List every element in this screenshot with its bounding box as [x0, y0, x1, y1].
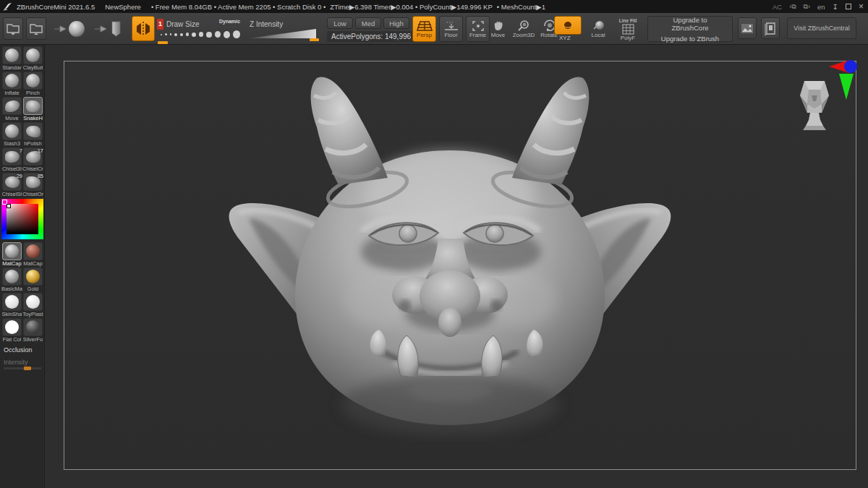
material-flatcolor[interactable]: Flat Col [1, 318, 22, 343]
brush-claybuildup-icon [23, 46, 43, 64]
language-indicator[interactable]: en [817, 3, 825, 11]
symmetry-mirror-icon [135, 20, 152, 38]
occlusion-intensity-label: Intensity [4, 359, 41, 366]
color-picker-sv-cursor [7, 204, 11, 208]
brush-chisel3d[interactable]: 7Chisel3I [1, 147, 22, 172]
xyz-label: XYZ [559, 35, 571, 41]
brush-snakehook[interactable]: SnakeH [22, 97, 43, 121]
material-skinshade[interactable]: SkinSha [1, 293, 22, 317]
z-intensity-slider-handle[interactable] [310, 38, 319, 41]
close-button[interactable]: × [859, 1, 864, 12]
folder-open-icon [6, 22, 20, 36]
brush-chiselcreature[interactable]: 17ChiselCr [22, 147, 43, 172]
zbrush-logo-icon [3, 2, 13, 11]
symmetry-button[interactable] [132, 16, 155, 41]
prev-window-icon[interactable]: ‹⧉ [789, 3, 796, 11]
xyz-sphere-icon [562, 21, 574, 30]
polyframe-grid-icon [622, 24, 634, 35]
brush-palette: Standar ClayBuil Inflate Pinch Move Snak… [0, 45, 45, 198]
left-tray: Standar ClayBuil Inflate Pinch Move Snak… [0, 45, 45, 488]
viewport-3d [45, 45, 868, 488]
perspective-toggle-button[interactable]: Persp [412, 16, 436, 42]
next-window-icon[interactable]: ⧉› [804, 3, 810, 11]
minimize-button[interactable]: ↧ [833, 3, 838, 11]
dynamic-label: Dynamic [219, 19, 240, 24]
color-picker-sv-square[interactable] [7, 204, 38, 234]
floor-icon: x y z [443, 20, 459, 32]
local-pivot-button[interactable]: Local [586, 16, 610, 42]
move-camera-button[interactable]: Move [486, 16, 510, 42]
arrow-sphere-icon [53, 20, 86, 38]
brush-standard[interactable]: Standar [1, 46, 22, 71]
magnifier-icon [516, 20, 531, 32]
brush-pinch[interactable]: Pinch [22, 72, 43, 96]
material-gold-icon [23, 267, 43, 286]
sculpt-canvas[interactable] [45, 45, 868, 488]
brush-slash3-icon [2, 122, 22, 140]
z-intensity-slider[interactable] [250, 29, 316, 38]
rotate-xyz-button[interactable] [554, 16, 582, 35]
material-matcap-gray[interactable]: MatCap [1, 242, 22, 267]
material-basic[interactable]: BasicMa [1, 267, 22, 292]
axis-z-dot [844, 60, 857, 73]
material-silverfoil[interactable]: SilverFo [22, 318, 43, 343]
occlusion-section: Occlusion Intensity [0, 343, 44, 369]
material-gold[interactable]: Gold [22, 267, 43, 292]
z-intensity-label: Z Intensity [250, 20, 283, 28]
brush-hpolish[interactable]: hPolish [22, 122, 43, 147]
occlusion-intensity-handle[interactable] [24, 367, 31, 370]
top-toolbar: 1 Draw Size Dynamic Z Intensity Low Med … [0, 13, 868, 45]
material-basic-icon [2, 267, 22, 286]
ac-indicator: AC [773, 3, 782, 11]
upgrade-zbrush-button[interactable]: Upgrade to ZBrush [648, 33, 732, 44]
visit-zbrushcentral-button[interactable]: Visit ZBrushCentral [787, 17, 856, 39]
book-icon [765, 22, 777, 35]
open-file-button[interactable] [3, 17, 23, 40]
brush-slash3[interactable]: Slash3 [1, 122, 22, 147]
floor-grid-button[interactable]: x y z Floor [439, 16, 463, 42]
material-flatcolor-icon [2, 318, 22, 336]
zoom3d-button[interactable]: Zoom3D [511, 16, 537, 42]
occlusion-header: Occlusion [4, 346, 41, 354]
brush-claybuildup[interactable]: ClayBuil [22, 46, 43, 71]
resolution-med-button[interactable]: Med [355, 17, 381, 29]
resolution-high-button[interactable]: High [383, 17, 409, 29]
material-matcap-gray-icon [2, 242, 22, 260]
axis-gizmo[interactable] [829, 60, 857, 100]
brush-move[interactable]: Move [1, 97, 22, 121]
draw-size-slider[interactable] [161, 30, 240, 38]
material-toyplastic[interactable]: ToyPlast [22, 293, 43, 317]
draw-size-slider-handle[interactable] [158, 41, 168, 44]
arrow-cylinder-icon [93, 20, 124, 38]
brush-snakehook-icon [23, 97, 43, 115]
sculpt-model-creature-head [229, 77, 671, 435]
save-file-button[interactable] [26, 17, 46, 40]
material-matcap-red-icon [23, 242, 43, 260]
perspective-grid-icon [417, 20, 433, 32]
color-picker[interactable] [1, 199, 43, 239]
material-matcap-red[interactable]: MatCap [22, 242, 43, 267]
zbrushcoremini-window: ZBrushCoreMini 2021.6.5 NewSphere • Free… [0, 0, 868, 488]
upgrade-zbrushcore-button[interactable]: Upgrade to ZBrushCore [648, 14, 732, 33]
axis-y-arrow [839, 74, 854, 100]
mesh-count-stat: • MeshCount▶1 [497, 3, 545, 11]
document-name: NewSphere [105, 3, 141, 11]
image-icon [741, 23, 754, 34]
resolution-low-button[interactable]: Low [327, 17, 353, 29]
new-cylinder-tool-button[interactable] [93, 17, 124, 40]
material-palette: MatCap MatCap BasicMa Gold SkinSha ToyPl… [0, 241, 45, 343]
brush-chiselorganic[interactable]: 85ChiselOr [22, 173, 43, 197]
restore-button[interactable] [846, 4, 851, 9]
folder-save-icon [29, 22, 43, 36]
brush-inflate[interactable]: Inflate [1, 72, 22, 96]
material-skinshade-icon [2, 293, 22, 311]
upgrade-panel: Upgrade to ZBrushCore Upgrade to ZBrush [647, 16, 733, 42]
app-title: ZBrushCoreMini 2021.6.5 [17, 3, 95, 11]
brush-chiselstructure[interactable]: 29ChiselSt [1, 173, 22, 197]
export-image-button[interactable] [738, 17, 757, 39]
occlusion-intensity-slider[interactable] [4, 367, 41, 369]
docs-button[interactable] [761, 17, 780, 39]
polyframe-button[interactable]: Line Fill PolyF [613, 14, 642, 43]
new-sphere-tool-button[interactable] [52, 17, 87, 40]
frame-icon [472, 20, 485, 32]
